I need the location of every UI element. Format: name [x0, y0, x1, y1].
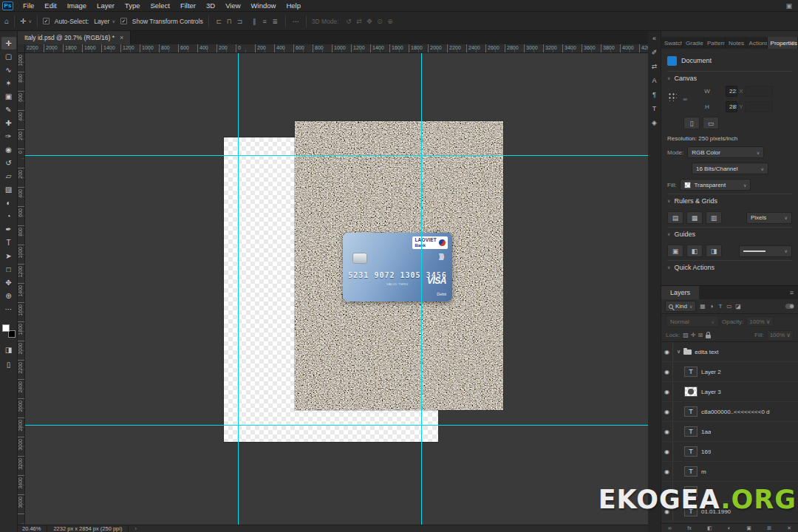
layer-filter-toggle[interactable] — [785, 304, 794, 309]
text-layer-thumbnail[interactable]: T — [684, 406, 698, 417]
glyphs-panel-icon[interactable]: T — [648, 105, 661, 112]
distribute-vertical-icon[interactable]: ∥ — [250, 18, 259, 25]
bit-depth-select[interactable]: 16 Bits/Channel ∨ — [692, 163, 768, 174]
layer-name[interactable]: c8a000000..<<<<<<<<0 d — [701, 409, 770, 415]
type-tool[interactable]: T — [1, 236, 16, 249]
text-layer-thumbnail[interactable]: T — [684, 466, 698, 477]
properties-panel-menu-icon[interactable]: ≡ — [788, 37, 798, 49]
lock-artboard-icon[interactable]: ⊞ — [698, 332, 703, 338]
text-layer-thumbnail[interactable]: T — [684, 366, 698, 377]
lock-all-icon[interactable] — [706, 335, 711, 338]
libraries-panel-icon[interactable]: ◈ — [648, 119, 661, 126]
hand-tool[interactable]: ✥ — [1, 276, 16, 289]
new-layer-icon[interactable]: ⊞ — [767, 525, 771, 531]
tool-preset-picker[interactable]: ✛ ∨ — [20, 17, 32, 25]
paragraph-panel-icon[interactable]: ¶ — [648, 91, 661, 98]
ruler-toggle-icon[interactable]: ▤ — [667, 211, 683, 224]
link-layers-icon[interactable]: ∞ — [668, 525, 672, 531]
vertical-ruler[interactable]: 1000800600400200020040060080010001200140… — [18, 53, 25, 525]
screen-mode-icon[interactable]: ▯ — [1, 358, 16, 371]
layer-row-group[interactable]: ◉ ∨ edita text — [661, 342, 798, 362]
layer-name[interactable]: Layer 3 — [701, 389, 721, 395]
marquee-tool[interactable]: ▢ — [1, 50, 16, 63]
document-tab[interactable]: Italy id.psd @ 20.7% (RGB/16) * × — [18, 31, 131, 44]
grid-toggle-icon[interactable]: ▦ — [686, 211, 703, 224]
lock-transparency-icon[interactable]: ▨ — [683, 332, 689, 338]
align-center-icon[interactable]: ⊓ — [225, 18, 234, 25]
foreground-color-swatch[interactable] — [2, 324, 10, 332]
layer-effects-icon[interactable]: fx — [687, 525, 691, 531]
vertical-guide-2[interactable] — [421, 53, 422, 525]
lock-position-icon[interactable]: ✛ — [691, 332, 696, 338]
visibility-toggle[interactable]: ◉ — [661, 422, 673, 441]
menu-type[interactable]: Type — [120, 0, 146, 12]
opacity-field[interactable]: 100% ∨ — [746, 316, 773, 327]
tab-swatches[interactable]: Swatches — [661, 37, 683, 49]
history-brush-tool[interactable]: ↺ — [1, 157, 16, 169]
layer-row[interactable]: ◉ T m — [661, 462, 798, 482]
blend-mode-select[interactable]: Normal ∨ — [666, 316, 719, 327]
layer-row[interactable]: ◉ T 169 — [661, 442, 798, 462]
zoom-level[interactable]: 20.46% — [22, 525, 41, 532]
layer-row[interactable]: ◉ T c8a000000..<<<<<<<<0 d — [661, 402, 798, 422]
link-dimensions-icon[interactable]: ∞ — [683, 96, 687, 103]
auto-select-target-select[interactable]: Layer ∨ — [94, 18, 115, 25]
reference-point-widget[interactable] — [667, 92, 677, 101]
menu-image[interactable]: Image — [62, 0, 92, 12]
rulers-grids-section-header[interactable]: ∨ Rulers & Grids — [667, 194, 792, 207]
clear-guides-icon[interactable]: ◨ — [706, 245, 722, 257]
zoom-tool[interactable]: ⊕ — [1, 290, 16, 302]
horizontal-guide-2[interactable] — [25, 425, 648, 426]
magic-wand-tool[interactable]: ✶ — [1, 77, 16, 89]
layer-row[interactable]: ◉ T Layer 2 — [661, 362, 798, 382]
pen-tool[interactable]: ✒ — [1, 223, 16, 236]
group-expand-caret[interactable]: ∨ — [677, 349, 681, 355]
menu-view[interactable]: View — [220, 0, 245, 12]
lasso-tool[interactable]: ∿ — [1, 64, 16, 76]
close-tab-icon[interactable]: × — [120, 34, 123, 41]
edit-toolbar-icon[interactable]: ⋯ — [1, 303, 16, 316]
move-tool[interactable]: ✛ — [1, 37, 16, 50]
path-selection-tool[interactable]: ➤ — [1, 250, 16, 262]
portrait-orientation-button[interactable]: ▯ — [683, 117, 700, 129]
delete-layer-icon[interactable]: ✕ — [787, 525, 791, 531]
ruler-units-select[interactable]: Pixels ∨ — [746, 212, 792, 224]
filter-adjustment-layers-icon[interactable]: ◑ — [707, 303, 715, 310]
ruler-origin-corner[interactable] — [18, 44, 25, 53]
layer-filter-kind-select[interactable]: Kind ∨ — [665, 301, 696, 312]
canvas-viewport[interactable]: LAOVIET Bank ))) 5231 9072 1305 3456 VAL… — [25, 53, 648, 525]
brush-settings-panel-icon[interactable]: ✐ — [648, 49, 661, 56]
tab-notes[interactable]: Notes — [726, 37, 746, 49]
tab-gradients[interactable]: Gradients — [683, 37, 704, 49]
text-layer-thumbnail[interactable]: T — [684, 426, 698, 437]
menu-select[interactable]: Select — [145, 0, 174, 12]
layer-name[interactable]: m — [701, 468, 706, 475]
pan-3d-icon[interactable]: ✥ — [365, 18, 375, 25]
text-layer-thumbnail[interactable]: T — [684, 446, 698, 457]
document-info[interactable]: 2232 px x 2854 px (250 ppi) — [47, 525, 129, 532]
visibility-toggle[interactable]: ◉ — [661, 342, 673, 361]
filter-shape-layers-icon[interactable]: ▭ — [725, 303, 733, 310]
eraser-tool[interactable]: ▱ — [1, 170, 16, 183]
horizontal-ruler[interactable]: 2200200018001600140012001000800600400200… — [25, 44, 648, 53]
blur-tool[interactable]: ◐ — [1, 197, 16, 209]
canvas-fill-select[interactable]: Transparent ∨ — [680, 179, 751, 191]
tab-patterns[interactable]: Patterns — [704, 37, 726, 49]
menu-window[interactable]: Window — [246, 0, 282, 12]
height-field[interactable]: 2854 px — [726, 101, 737, 112]
image-layer-thumbnail[interactable] — [684, 386, 698, 397]
layer-mask-icon[interactable]: ◧ — [707, 525, 712, 531]
menu-layer[interactable]: Layer — [92, 0, 120, 12]
visibility-toggle[interactable]: ◉ — [661, 362, 673, 381]
visibility-toggle[interactable]: ◉ — [661, 462, 673, 481]
menu-filter[interactable]: Filter — [175, 0, 201, 12]
crop-tool[interactable]: ▣ — [1, 90, 16, 103]
rectangle-tool[interactable]: □ — [1, 263, 16, 276]
color-swatches[interactable] — [2, 324, 16, 338]
layers-panel-menu-icon[interactable]: ≡ — [785, 286, 798, 299]
tab-layers[interactable]: Layers — [661, 286, 699, 299]
brush-tool[interactable]: ✑ — [1, 130, 16, 143]
bank-card-image[interactable]: LAOVIET Bank ))) 5231 9072 1305 3456 VAL… — [343, 233, 452, 301]
layer-name[interactable]: edita text — [695, 349, 718, 355]
slide-3d-icon[interactable]: ⊙ — [375, 18, 385, 25]
